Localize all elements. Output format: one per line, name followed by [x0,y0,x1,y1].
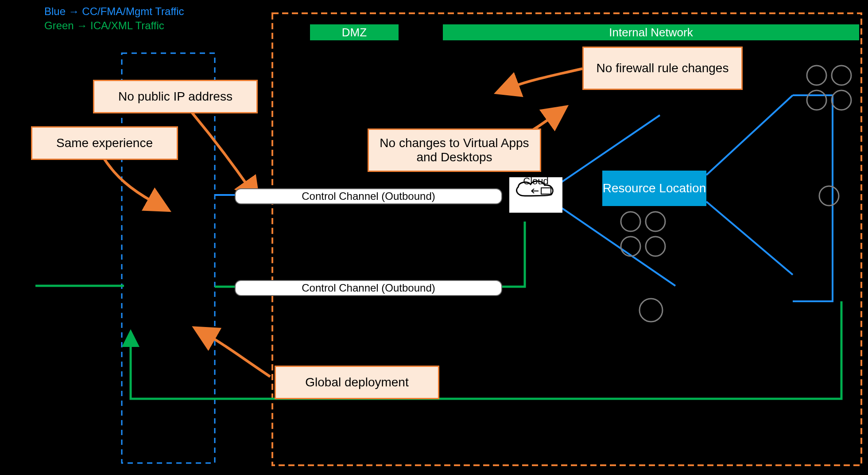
svg-point-9 [621,237,640,256]
callout-global: Global deployment [275,366,439,399]
svg-line-5 [706,202,793,275]
callout-no-firewall: No firewall rule changes [582,47,743,90]
svg-point-8 [646,212,665,231]
legend: Blue → CC/FMA/Mgmt Traffic Green → ICA/X… [44,4,184,33]
svg-rect-1 [122,53,215,463]
svg-point-15 [819,186,839,206]
svg-point-10 [646,237,665,256]
svg-rect-18 [541,188,551,194]
callout-no-public-ip: No public IP address [93,80,258,113]
svg-point-7 [621,212,640,231]
legend-blue: Blue → CC/FMA/Mgmt Traffic [44,4,184,19]
zone-internal: Internal Network [443,24,859,40]
svg-line-4 [706,95,793,175]
svg-point-14 [832,90,851,110]
resource-location: Resource Location [602,171,706,206]
cloud-icon [509,177,562,200]
legend-green: Green → ICA/XML Traffic [44,19,184,33]
svg-point-11 [807,66,826,85]
zone-dmz: DMZ [310,24,399,40]
diagram-root: { "legend":{ "blue":"Blue → CC/FMA/Mgmt … [0,0,868,475]
callout-no-changes: No changes to Virtual Apps and Desktops [368,128,541,172]
svg-point-12 [832,66,851,85]
cloud-connector: Cloud [509,177,562,213]
control-channel-1: Control Channel (Outbound) [235,188,502,204]
control-channel-2: Control Channel (Outbound) [235,280,502,296]
callout-same-experience: Same experience [31,126,178,160]
svg-point-13 [807,90,826,110]
svg-point-16 [639,299,663,322]
